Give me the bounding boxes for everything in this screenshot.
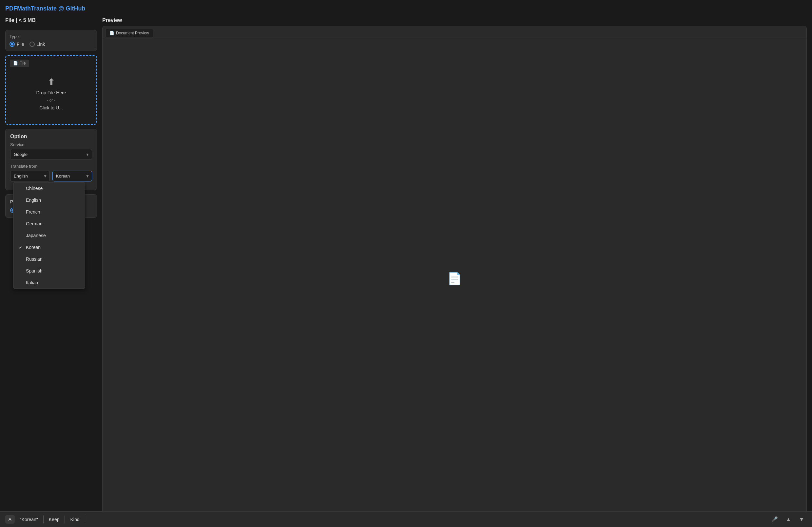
dropdown-label-korean: Korean — [26, 245, 41, 250]
option-title: Option — [10, 134, 92, 140]
file-tab-icon: 📄 — [13, 61, 18, 65]
right-panel: Preview 📄 Document Preview 📄 — [102, 17, 807, 522]
radio-link-circle — [29, 42, 35, 47]
type-label: Type — [10, 34, 93, 39]
dropdown-label-english: English — [26, 197, 41, 203]
click-to-upload-text: Click to U... — [39, 105, 63, 111]
upload-inner: ⬆ Drop File Here - or - Click to U... — [10, 67, 92, 120]
radio-link-label: Link — [37, 42, 45, 47]
bottom-a-button[interactable]: A — [5, 515, 15, 524]
language-dropdown-menu: Chinese English French — [13, 182, 85, 289]
no-check-russian — [19, 257, 23, 262]
dropdown-label-chinese: Chinese — [26, 186, 43, 191]
no-check-chinese — [19, 186, 23, 191]
left-panel: File | < 5 MB Type File Link — [5, 17, 97, 522]
upload-or-text: - or - — [47, 98, 55, 103]
dropdown-item-english[interactable]: English — [13, 194, 85, 206]
preview-content: 📄 — [103, 37, 807, 520]
file-section-title: File | < 5 MB — [5, 17, 97, 23]
document-tab-icon: 📄 — [110, 31, 114, 35]
service-select[interactable]: Google — [10, 149, 92, 160]
preview-title: Preview — [102, 17, 807, 23]
bottom-divider-2 — [64, 515, 65, 523]
chevron-up-button[interactable]: ▲ — [783, 515, 794, 524]
radio-file-label: File — [17, 42, 24, 47]
type-radio-group: File Link — [10, 42, 93, 47]
github-link[interactable]: PDFMathTranslate @ GitHub — [5, 5, 807, 12]
service-select-wrapper: Google ▼ — [10, 149, 92, 160]
no-check-german — [19, 221, 23, 226]
dropdown-item-japanese[interactable]: Japanese — [13, 230, 85, 241]
check-mark-korean: ✓ — [19, 245, 23, 250]
file-tab: 📄 File — [10, 60, 29, 67]
no-check-spanish — [19, 268, 23, 274]
no-check-english — [19, 197, 23, 203]
translate-from-label: Translate from — [10, 164, 92, 169]
translate-to-input[interactable] — [53, 171, 92, 181]
bottom-divider-1 — [43, 515, 44, 523]
no-check-french — [19, 209, 23, 215]
bottom-korean-text: "Korean" — [20, 517, 38, 522]
translate-to-wrapper: ▼ Chinese English — [53, 171, 92, 181]
dropdown-item-spanish[interactable]: Spanish — [13, 265, 85, 277]
dropdown-label-italian: Italian — [26, 280, 38, 285]
dropdown-item-korean[interactable]: ✓ Korean — [13, 241, 85, 253]
bottom-divider-3 — [85, 515, 85, 523]
no-check-italian — [19, 280, 23, 285]
preview-tab-document[interactable]: 📄 Document Preview — [105, 29, 153, 37]
bottom-keep-text: Keep — [49, 517, 60, 522]
radio-file-circle — [10, 42, 15, 47]
upload-icon: ⬆ — [47, 77, 55, 87]
dropdown-label-french: French — [26, 209, 40, 215]
bottom-right-controls: 🎤 ▲ ▼ — [769, 515, 807, 524]
microphone-button[interactable]: 🎤 — [769, 515, 781, 524]
dropdown-item-italian[interactable]: Italian — [13, 277, 85, 289]
dropdown-item-russian[interactable]: Russian — [13, 253, 85, 265]
document-tab-label: Document Preview — [116, 31, 149, 35]
drop-file-text: Drop File Here — [36, 90, 66, 95]
preview-tabs: 📄 Document Preview — [103, 26, 807, 37]
dropdown-item-french[interactable]: French — [13, 206, 85, 218]
dropdown-label-german: German — [26, 221, 43, 226]
type-card: Type File Link — [5, 30, 97, 51]
bottom-bar: A "Korean" Keep Kind 🎤 ▲ ▼ — [0, 511, 812, 527]
dropdown-item-german[interactable]: German — [13, 218, 85, 230]
translate-from-wrapper: English ▼ — [10, 171, 50, 181]
dropdown-item-chinese[interactable]: Chinese — [13, 182, 85, 194]
translate-from-select[interactable]: English — [10, 171, 50, 181]
file-tab-label: File — [19, 61, 26, 65]
dropdown-label-spanish: Spanish — [26, 268, 43, 274]
translate-group: Translate from English ▼ ▼ — [10, 164, 92, 181]
service-group: Service Google ▼ — [10, 142, 92, 160]
preview-box: 📄 Document Preview 📄 — [102, 26, 807, 521]
bottom-kind-text: Kind — [70, 517, 79, 522]
service-label: Service — [10, 142, 92, 147]
dropdown-label-japanese: Japanese — [26, 233, 46, 238]
options-section: Option Service Google ▼ Translate from — [5, 129, 97, 190]
no-check-japanese — [19, 233, 23, 238]
preview-empty-icon: 📄 — [447, 272, 462, 286]
radio-file[interactable]: File — [10, 42, 24, 47]
chevron-down-button[interactable]: ▼ — [796, 515, 807, 524]
translate-row: English ▼ ▼ Chin — [10, 171, 92, 181]
upload-area[interactable]: 📄 File ⬆ Drop File Here - or - Click to … — [5, 55, 97, 125]
dropdown-label-russian: Russian — [26, 257, 43, 262]
radio-link[interactable]: Link — [29, 42, 45, 47]
